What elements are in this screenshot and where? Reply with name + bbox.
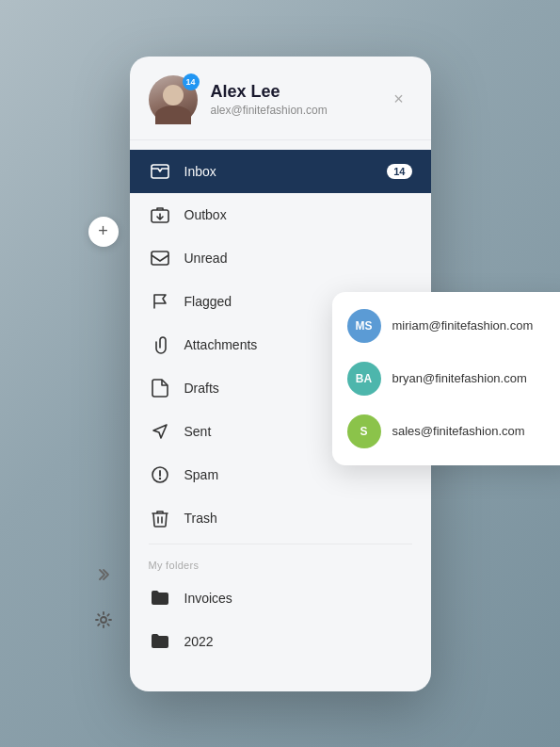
nav-label-inbox: Inbox: [184, 164, 388, 179]
svg-point-0: [101, 617, 106, 623]
main-card: + 14 Alex Lee alex@finitefashion.com ×: [130, 57, 431, 691]
divider: [149, 544, 412, 544]
sidebar-left: +: [88, 57, 119, 247]
nav-label-invoices: Invoices: [184, 591, 412, 606]
autocomplete-item-ms[interactable]: MS miriam@finitefashion.com: [332, 300, 561, 352]
drafts-icon: [149, 377, 171, 399]
spam-icon: [149, 463, 171, 486]
nav-item-2022[interactable]: 2022: [130, 620, 431, 663]
folder-icon-2022: [149, 630, 171, 653]
nav-item-unread[interactable]: Unread: [130, 236, 431, 280]
nav-item-invoices[interactable]: Invoices: [130, 576, 431, 620]
email-s: sales@finitefashion.com: [392, 424, 525, 438]
avatar-ms: MS: [347, 309, 381, 343]
svg-point-4: [158, 477, 160, 479]
avatar-s: S: [347, 414, 381, 448]
svg-rect-3: [152, 252, 168, 265]
autocomplete-item-s[interactable]: S sales@finitefashion.com: [332, 405, 561, 458]
flagged-icon: [149, 290, 171, 313]
bottom-icons: [88, 560, 119, 635]
unread-icon: [149, 247, 171, 269]
user-info: Alex Lee alex@finitefashion.com: [211, 82, 386, 117]
avatar-ba: BA: [347, 362, 381, 396]
nav-item-outbox[interactable]: Outbox: [130, 193, 431, 236]
email-ms: miriam@finitefashion.com: [392, 318, 534, 333]
nav-label-trash: Trash: [184, 511, 412, 526]
autocomplete-item-ba[interactable]: BA bryan@finitefashion.com: [332, 352, 561, 405]
email-ba: bryan@finitefashion.com: [392, 371, 527, 385]
folder-icon-invoices: [149, 587, 171, 609]
outbox-icon: [149, 203, 171, 226]
nav-label-spam: Spam: [184, 467, 412, 482]
folders-section-label: My folders: [130, 548, 431, 576]
nav-item-inbox[interactable]: Inbox 14: [130, 150, 431, 193]
nav-label-outbox: Outbox: [184, 207, 412, 222]
inbox-icon: [149, 160, 171, 183]
user-email: alex@finitefashion.com: [211, 104, 386, 117]
nav-label-unread: Unread: [184, 251, 412, 266]
autocomplete-popup: MS miriam@finitefashion.com BA bryan@fin…: [332, 292, 561, 465]
attachments-icon: [149, 333, 171, 356]
unread-badge: 14: [183, 73, 200, 90]
close-button[interactable]: ×: [386, 87, 412, 113]
settings-icon[interactable]: [88, 605, 119, 635]
card-header: 14 Alex Lee alex@finitefashion.com ×: [130, 57, 431, 140]
nav-item-trash[interactable]: Trash: [130, 496, 431, 540]
compose-button[interactable]: +: [88, 217, 119, 247]
chevron-right-icon[interactable]: [88, 560, 119, 590]
trash-icon: [149, 507, 171, 529]
avatar: 14: [149, 75, 198, 124]
nav-label-2022: 2022: [184, 634, 412, 649]
sent-icon: [149, 420, 171, 443]
inbox-badge: 14: [387, 164, 411, 179]
user-name: Alex Lee: [211, 82, 386, 102]
